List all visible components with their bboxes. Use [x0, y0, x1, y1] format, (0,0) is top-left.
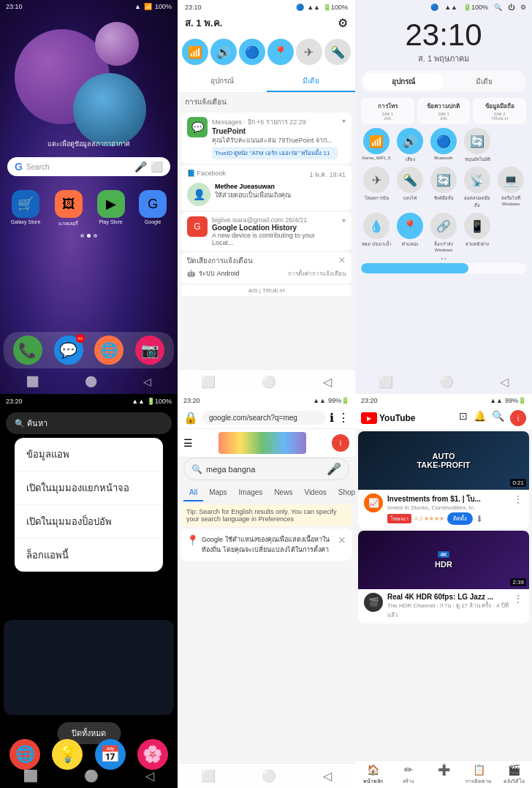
nav-recent-br[interactable]: ⬜ [194, 768, 223, 784]
toggle-bluetooth[interactable]: 🔵 [239, 39, 265, 65]
notif-section-title: การแจ้งเตือน [178, 93, 355, 111]
gtab-images[interactable]: Images [233, 485, 269, 501]
gtab-news[interactable]: News [268, 485, 298, 501]
toggle-flashlight[interactable]: 🔦 [324, 39, 351, 65]
ctrl-bt[interactable]: 🔵 Bluetooth [428, 128, 459, 163]
tab-device[interactable]: อุปกรณ์ [178, 71, 267, 92]
ctrl-location[interactable]: 📍 ตำแหน่ง [395, 213, 425, 252]
nav-recent-ctrl[interactable]: ⬜ [371, 374, 400, 390]
signal-call: การโทร SIM 1 AIS [361, 98, 414, 124]
home-search-bar[interactable]: G Search 🎤 ⬜ [7, 157, 170, 176]
dock-browser[interactable]: 🌐 [94, 336, 123, 365]
app-galaxy-store[interactable]: 🛒 Galaxy Store [11, 190, 40, 227]
nav-back-r[interactable]: ◁ [138, 768, 162, 784]
toggle-sound[interactable]: 🔊 [210, 39, 237, 65]
browser-url-input[interactable] [202, 411, 326, 425]
browser-more-icon[interactable]: ⋮ [338, 411, 349, 425]
yt-notify-icon[interactable]: 🔔 [474, 410, 486, 426]
notif-messages[interactable]: 💬 Messages · อีก +6 รายการ 22:29 TruePoi… [181, 113, 352, 164]
ctrl-windows[interactable]: 💻 สตรีมไปที่ Windows [495, 167, 526, 209]
yt-nav-subscriptions[interactable]: 📋 การติดตาม [461, 764, 496, 785]
yt-account-icon[interactable]: i [510, 410, 526, 426]
yt-cast-icon[interactable]: ⊡ [459, 410, 468, 426]
ctrl-torch[interactable]: 🔦 แสงไฟ [395, 167, 425, 209]
yt-more-icon-2[interactable]: ⋮ [513, 593, 523, 605]
ctx-popup[interactable]: เปิดในมุมมองป็อปอัพ [15, 505, 163, 539]
pending-action[interactable]: การตั้งค่าการแจ้งเตือน [243, 269, 346, 279]
ctrl-settings-icon[interactable]: ⚙ [520, 4, 526, 11]
nav-home-ctrl[interactable]: ⚪ [432, 374, 461, 390]
yt-nav-add[interactable]: ➕ [426, 764, 461, 785]
yt-search-icon[interactable]: 🔍 [492, 410, 504, 426]
dot-1 [80, 234, 84, 238]
nav-back-btn[interactable]: ◁ [143, 376, 151, 387]
nav-home-br[interactable]: ⚪ [254, 768, 284, 784]
ctrl-tab-media[interactable]: มีเดีย [444, 73, 524, 90]
pending-close-btn[interactable]: ✕ [338, 255, 346, 266]
notif-facebook[interactable]: 📘 Facebook 1 พ.ค. 19:41 👤 Methee Jueasuw… [181, 165, 352, 211]
ctrl-airplane[interactable]: ✈ โหมดการบิน [361, 167, 392, 209]
google-mic-icon[interactable]: 🎤 [327, 462, 341, 476]
nav-recent-notif[interactable]: ⬜ [194, 374, 223, 390]
ctrl-screen[interactable]: 📱 สว่บหน้าต่าง [462, 213, 493, 252]
ctrl-tab-device[interactable]: อุปกรณ์ [363, 73, 444, 90]
gtab-videos[interactable]: Videos [298, 485, 332, 501]
settings-icon[interactable]: ⚙ [338, 16, 348, 30]
yt-video-card-2[interactable]: 4K HDR 2:39 🎬 Real 4K HDR 60fps: LG Jazz… [358, 531, 529, 624]
ctrl-sound[interactable]: 🔊 เสียง [395, 128, 425, 163]
dock-phone[interactable]: 📞 [13, 336, 42, 365]
ctrl-search-icon[interactable]: 🔍 [494, 4, 502, 11]
google-search-bar[interactable]: 🔍 mega bangna 🎤 [183, 458, 349, 480]
gmail-content: biglive.isara@gmail.com 26/4/21 Google L… [212, 216, 338, 246]
yt-nav-create[interactable]: ✏ สร้าง [390, 764, 425, 785]
ctx-app-info[interactable]: ข้อมูลแอพ [15, 438, 163, 471]
yt-video-card-1[interactable]: AUTOTAKE-PROFIT 0:21 📈 Investments from … [358, 431, 529, 529]
yt-nav-home[interactable]: 🏠 หน้าหลัก [355, 764, 390, 785]
google-menu-icon[interactable]: ☰ [183, 437, 193, 449]
dock-messages[interactable]: 💬 93 [54, 336, 83, 365]
ctx-lock-app[interactable]: ล็อกแอพนี้ [15, 539, 163, 572]
recent-search[interactable]: 🔍 ค้นหา [6, 412, 172, 434]
toggle-location[interactable]: 📍 [267, 39, 294, 65]
ctrl-wifi[interactable]: 📶 Home_WIFI_S [361, 128, 392, 163]
nav-home-notif[interactable]: ⚪ [254, 374, 284, 390]
weather-label[interactable]: แตะเพื่อดูข้อมูลสภากาอากาศ [0, 139, 178, 149]
nav-back-notif[interactable]: ◁ [316, 374, 339, 390]
ctrl-sync[interactable]: 🔄 ซิงค์มือถือ [428, 167, 459, 209]
google-search-tabs: All Maps Images News Videos Shopping [178, 485, 355, 502]
ctrl-hotspot[interactable]: 📡 ฮอตสปอตมือถือ [462, 167, 493, 209]
nav-back-ctrl[interactable]: ◁ [493, 374, 516, 390]
app-play-store[interactable]: ▶ Play Store [97, 190, 125, 227]
ctrl-linktowin[interactable]: 🔗 ล็อกกำลัง Windows [428, 213, 459, 252]
notif-gmail[interactable]: G biglive.isara@gmail.com 26/4/21 Google… [181, 212, 352, 251]
ctrl-water[interactable]: 💧 หยด ปรเมาะน้ำ [361, 213, 392, 252]
mic-icon[interactable]: 🎤 [134, 161, 147, 173]
yt-install-btn-1[interactable]: ติดตั้ง [447, 512, 473, 525]
toggle-wifi[interactable]: 📶 [182, 39, 208, 65]
brightness-slider[interactable] [361, 263, 526, 273]
gtab-all[interactable]: All [183, 485, 203, 501]
yt-download-icon-1[interactable]: ⬇ [476, 514, 483, 524]
ctx-split-screen[interactable]: เปิดในมุมมองแยกหน้าจอ [15, 471, 163, 505]
dock-camera[interactable]: 📷 [135, 336, 164, 365]
ctrl-rotate[interactable]: 🔄 หมุนอัตโนมัติ [462, 128, 493, 163]
gtab-shopping[interactable]: Shopping [332, 485, 355, 501]
nav-home-btn[interactable]: ⚪ [85, 376, 97, 387]
nav-recent-btn[interactable]: ⬜ [26, 376, 39, 387]
ctrl-power-icon[interactable]: ⏻ [508, 4, 514, 11]
nav-home-r[interactable]: ⚪ [77, 768, 106, 784]
app-google[interactable]: G Google [139, 190, 167, 227]
browser-info-icon[interactable]: ℹ [330, 411, 334, 425]
lens-icon[interactable]: ⬜ [151, 161, 163, 173]
google-account-avatar[interactable]: i [332, 434, 349, 452]
youtube-panel: 23:20 ▲▲ 99%🔋 ▶ YouTube ⊡ 🔔 🔍 i AUTOTAKE… [355, 394, 532, 788]
yt-more-icon-1[interactable]: ⋮ [513, 493, 523, 505]
location-close-btn[interactable]: ✕ [338, 534, 346, 546]
app-gallery[interactable]: 🖼 แกลเลอรี่ [55, 190, 83, 227]
tab-media[interactable]: มีเดีย [267, 71, 356, 92]
nav-back-br[interactable]: ◁ [316, 768, 339, 784]
nav-recent-r[interactable]: ⬜ [16, 768, 45, 784]
yt-nav-library[interactable]: 🎬 คลังวิดีโอ [497, 764, 532, 785]
toggle-airplane[interactable]: ✈ [296, 39, 322, 65]
gtab-maps[interactable]: Maps [203, 485, 232, 501]
